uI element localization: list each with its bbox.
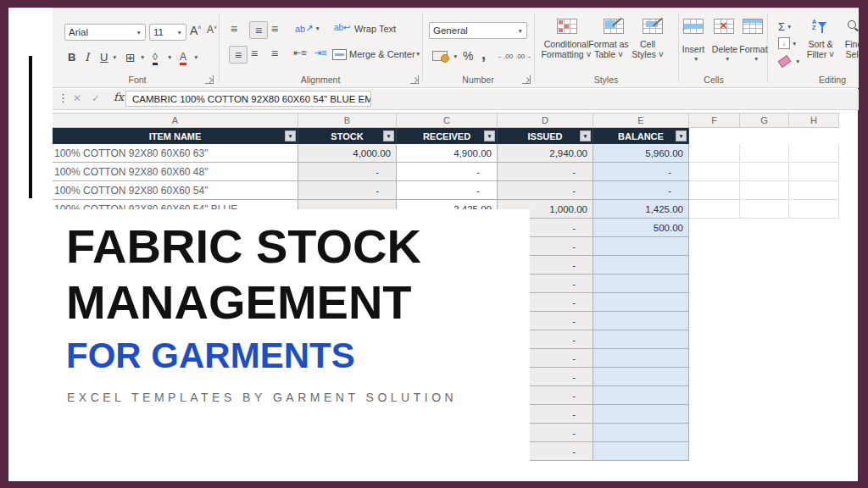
merge-center-button[interactable]: Merge & Center <box>349 49 415 59</box>
cell[interactable] <box>593 405 689 424</box>
cell[interactable] <box>593 312 689 330</box>
font-color-button[interactable]: A <box>180 51 186 65</box>
drag-handle-icon[interactable]: ⋮ <box>58 92 69 104</box>
cell[interactable] <box>593 256 689 274</box>
cell[interactable]: 100% COTTON 92X80 60X60 48" <box>53 163 298 181</box>
cell[interactable]: - <box>593 181 689 200</box>
sort-filter-button[interactable]: Sort &Filter ˅ <box>800 39 841 59</box>
grow-font-button[interactable]: A˄ <box>190 24 201 37</box>
chevron-down-icon[interactable]: ▼ <box>192 54 198 60</box>
empty-cell[interactable] <box>789 200 839 219</box>
cell[interactable]: - <box>498 181 593 200</box>
increase-decimal-button[interactable]: ←.00 <box>497 53 513 60</box>
underline-button[interactable]: U <box>100 51 108 64</box>
empty-cell[interactable] <box>740 163 789 181</box>
wrap-text-button[interactable]: Wrap Text <box>354 24 396 34</box>
filter-dropdown-button[interactable]: ▾ <box>285 130 296 141</box>
table-header-cell[interactable]: STOCK▾ <box>298 128 397 144</box>
column-header-F[interactable]: F <box>689 113 740 128</box>
empty-cell[interactable] <box>689 200 740 219</box>
cell[interactable]: - <box>498 163 593 181</box>
delete-button[interactable]: Delete <box>710 44 739 54</box>
empty-cell[interactable] <box>689 163 740 181</box>
empty-cell[interactable] <box>789 144 839 163</box>
cell-styles-button[interactable]: CellStyles ˅ <box>626 39 670 59</box>
insert-function-icon[interactable]: fx <box>114 91 124 103</box>
table-header-cell[interactable]: BALANCE▾ <box>593 128 689 144</box>
cell[interactable]: 4,900.00 <box>397 144 498 163</box>
orientation-button[interactable]: ab↗▼ <box>295 23 320 34</box>
align-center-button[interactable]: ≡ <box>251 47 258 59</box>
filter-dropdown-button[interactable]: ▾ <box>676 130 687 141</box>
cell[interactable] <box>593 368 689 386</box>
chevron-down-icon[interactable]: ▼ <box>692 56 698 62</box>
percent-style-button[interactable]: % <box>463 49 473 63</box>
cell[interactable]: 5,960.00 <box>593 144 689 163</box>
cell[interactable] <box>593 349 689 368</box>
cell[interactable]: - <box>397 163 498 181</box>
cell[interactable]: - <box>397 181 498 200</box>
chevron-down-icon[interactable]: ▼ <box>723 56 730 62</box>
chevron-down-icon[interactable]: ▼ <box>165 54 172 60</box>
cell[interactable]: 2,940.00 <box>498 144 593 163</box>
column-header-A[interactable]: A <box>53 113 298 128</box>
cell[interactable] <box>593 442 689 461</box>
column-header-G[interactable]: G <box>740 113 789 128</box>
column-header-B[interactable]: B <box>298 113 397 128</box>
column-header-D[interactable]: D <box>498 113 593 128</box>
align-left-button[interactable]: ≡ <box>229 46 248 64</box>
empty-cell[interactable] <box>740 200 789 219</box>
chevron-down-icon[interactable]: ▼ <box>451 53 458 59</box>
cell[interactable]: - <box>298 163 397 181</box>
filter-dropdown-button[interactable]: ▾ <box>580 130 591 141</box>
cell[interactable]: 1,425.00 <box>593 200 689 219</box>
increase-indent-button[interactable]: ⇥≡ <box>314 47 327 58</box>
italic-button[interactable]: I <box>85 51 89 64</box>
clear-button[interactable]: ▼ <box>779 58 800 65</box>
fill-button[interactable]: ↓▼ <box>778 37 797 49</box>
empty-cell[interactable] <box>789 163 839 181</box>
filter-dropdown-button[interactable]: ▾ <box>383 130 394 141</box>
chevron-down-icon[interactable]: ▼ <box>414 51 420 57</box>
align-top-button[interactable]: ≡ <box>231 23 237 35</box>
font-name-combo[interactable]: Arial▼ <box>64 24 146 41</box>
autosum-button[interactable]: Σ▼ <box>778 20 792 33</box>
confirm-icon[interactable]: ✓ <box>92 92 100 104</box>
cell[interactable] <box>593 330 689 349</box>
align-middle-button[interactable]: ≡ <box>249 21 268 39</box>
comma-style-button[interactable]: , <box>481 46 486 64</box>
table-header-cell[interactable]: RECEIVED▾ <box>397 128 498 144</box>
alignment-dialog-launcher[interactable] <box>410 75 419 84</box>
cell[interactable]: - <box>593 163 689 181</box>
accounting-format-button[interactable] <box>432 51 448 61</box>
decrease-decimal-button[interactable]: .00→ <box>515 53 531 60</box>
cell[interactable] <box>593 293 689 312</box>
align-bottom-button[interactable]: ≡ <box>271 23 278 35</box>
cell[interactable] <box>593 424 689 442</box>
cell[interactable]: 100% COTTON 92X80 60X60 63" <box>53 144 298 163</box>
cell[interactable] <box>593 237 689 256</box>
cell[interactable]: - <box>298 181 397 200</box>
borders-button[interactable]: ⊞ <box>125 51 136 64</box>
number-dialog-launcher[interactable] <box>522 75 531 84</box>
insert-button[interactable]: Insert <box>680 44 707 54</box>
find-select-button[interactable]: Find &Select <box>839 39 859 59</box>
empty-cell[interactable] <box>689 144 740 163</box>
cell[interactable]: 4,000.00 <box>298 144 397 163</box>
format-button[interactable]: Format <box>737 44 770 54</box>
font-dialog-launcher[interactable] <box>205 75 214 84</box>
empty-cell[interactable] <box>789 181 839 200</box>
fill-color-button[interactable]: ◊ <box>153 51 158 65</box>
number-format-combo[interactable]: General▼ <box>429 22 527 39</box>
cell[interactable] <box>593 386 689 405</box>
font-size-combo[interactable]: 11▼ <box>149 24 186 41</box>
chevron-down-icon[interactable]: ▼ <box>138 54 145 60</box>
table-header-cell[interactable]: ISSUED▾ <box>498 128 593 144</box>
table-header-cell[interactable]: ITEM NAME▾ <box>53 128 298 144</box>
cell[interactable]: 100% COTTON 92X80 60X60 54" <box>53 181 298 200</box>
filter-dropdown-button[interactable]: ▾ <box>484 130 495 141</box>
shrink-font-button[interactable]: A˅ <box>207 24 217 36</box>
column-header-E[interactable]: E <box>593 113 689 128</box>
cell[interactable]: 500.00 <box>593 219 689 237</box>
decrease-indent-button[interactable]: ⇤≡ <box>293 47 307 58</box>
